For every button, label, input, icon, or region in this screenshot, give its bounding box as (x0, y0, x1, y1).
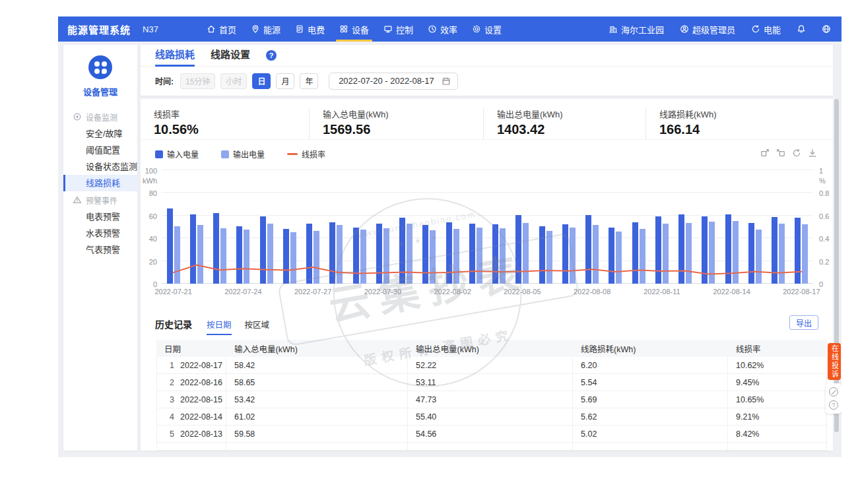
nav-right-label: 电能 (764, 23, 781, 36)
nav-right: 海尔工业园超级管理员电能 (607, 23, 832, 36)
stat-输入总电量(kWh): 输入总电量(kWh)1569.56 (309, 108, 483, 139)
globe-icon (822, 24, 831, 34)
nav-item-效率[interactable]: 效率 (420, 16, 465, 42)
calendar-icon[interactable] (442, 77, 451, 86)
sidebar: 设备管理 设备监测安全/故障阈值配置设备状态监测线路损耗预警事件电表预警水表预警… (63, 45, 137, 451)
app-window: 能源管理系统 N37 首页能源电费设备控制效率设置 海尔工业园超级管理员电能 设… (58, 16, 842, 457)
table-row[interactable]: 42022-08-1461.0255.405.629.21% (156, 408, 827, 425)
sidebar-item-线路损耗[interactable]: 线路损耗 (63, 175, 137, 191)
history-tab-按区域[interactable]: 按区域 (245, 318, 270, 335)
table-row[interactable]: 22022-08-1658.6553.115.549.45% (156, 374, 827, 391)
nav-right-电能[interactable]: 电能 (750, 23, 782, 36)
date-range-picker[interactable]: 2022-07-20 - 2022-08-17 (329, 73, 458, 90)
sidebar-item-安全/故障[interactable]: 安全/故障 (63, 125, 137, 142)
cell-loss: 5.02 (573, 425, 728, 442)
export-button[interactable]: 导出 (789, 315, 818, 330)
cell-date: 22022-08-16 (156, 374, 226, 391)
table-row[interactable]: 12022-08-1758.4252.226.2010.62% (156, 357, 827, 374)
cell-input: 61.02 (226, 408, 408, 425)
time-filter-label: 时间: (155, 75, 174, 86)
granularity-button-日[interactable]: 日 (252, 73, 271, 89)
energy-pin-icon (251, 24, 260, 34)
y-axis-tick-left: 80 (149, 189, 157, 197)
sidebar-item-阈值配置[interactable]: 阈值配置 (63, 142, 137, 158)
main-card: 线损率10.56%输入总电量(kWh)1569.56输出总电量(kWh)1403… (141, 99, 833, 451)
sidebar-item-气表预警[interactable]: 气表预警 (63, 241, 137, 258)
x-axis-label: 2022-07-24 (224, 288, 261, 296)
cell-output: 55.40 (408, 408, 573, 425)
efficiency-clock-icon (428, 24, 437, 34)
y-axis-tick-left: 40 (149, 235, 157, 243)
help-icon[interactable]: ? (266, 50, 277, 61)
cell-input: 59.58 (226, 425, 408, 442)
sidebar-item-设备状态监测[interactable]: 设备状态监测 (63, 158, 137, 175)
legend-输出电量[interactable]: 输出电量 (221, 148, 265, 160)
row-index: 2 (165, 378, 174, 387)
granularity-button-年[interactable]: 年 (300, 73, 318, 89)
sidebar-item-电表预警[interactable]: 电表预警 (63, 208, 137, 225)
help-circle-icon[interactable]: ? (829, 400, 838, 410)
legend-label: 线损率 (302, 148, 325, 160)
page-scrollbar-thumb[interactable] (834, 99, 839, 432)
device-management-icon (88, 55, 112, 79)
granularity-button-月[interactable]: 月 (276, 73, 294, 89)
data-zoom-icon[interactable] (760, 148, 770, 158)
date-range-value: 2022-07-20 - 2022-08-17 (336, 76, 436, 86)
header-card: 线路损耗线路设置? 时间: 15分钟小时日月年 2022-07-20 - 202… (141, 45, 833, 96)
nav-right-超级管理员[interactable]: 超级管理员 (678, 23, 737, 36)
cell-rate: 9.21% (728, 408, 827, 425)
settings-gear-icon (472, 24, 481, 34)
nav-right-海尔工业园[interactable]: 海尔工业园 (607, 23, 665, 36)
row-index: 5 (165, 429, 174, 439)
column-header-输入总电量(kWh): 输入总电量(kWh) (226, 340, 408, 357)
row-date: 2022-08-16 (180, 378, 222, 387)
nav-right-label: 海尔工业园 (621, 23, 664, 36)
calendar-icon[interactable] (442, 77, 451, 86)
cell-output: 52.22 (408, 357, 573, 373)
legend-线损率[interactable]: 线损率 (287, 148, 325, 160)
nav-item-设置[interactable]: 设置 (465, 16, 509, 42)
zoom-restore-icon[interactable] (776, 148, 785, 158)
history-title: 历史记录 (155, 317, 192, 331)
legend-输入电量[interactable]: 输入电量 (155, 148, 199, 160)
nav-item-label: 设备 (352, 23, 369, 36)
nav-item-控制[interactable]: 控制 (376, 16, 420, 42)
bell-button[interactable] (795, 24, 807, 34)
nav-item-设备[interactable]: 设备 (332, 16, 376, 42)
tab-线路损耗[interactable]: 线路损耗 (155, 45, 195, 67)
y-axis-tick-right: 0.8 (819, 189, 829, 197)
column-header-输出总电量(kWh): 输出总电量(kWh) (408, 340, 573, 357)
row-date: 2022-08-15 (180, 395, 222, 404)
sidebar-section-预警事件[interactable]: 预警事件 (63, 191, 137, 208)
chart-refresh-icon[interactable] (792, 148, 801, 158)
x-axis-label: 2022-08-11 (644, 288, 680, 296)
cell-loss: 6.20 (573, 357, 728, 373)
nav-item-label: 能源 (263, 23, 280, 36)
table-row[interactable]: 32022-08-1553.4247.735.6910.65% (156, 391, 827, 408)
nav-item-首页[interactable]: 首页 (199, 16, 244, 42)
nav-item-能源[interactable]: 能源 (244, 16, 288, 42)
history-tab-按日期[interactable]: 按日期 (207, 318, 232, 335)
sidebar-menu: 设备监测安全/故障阈值配置设备状态监测线路损耗预警事件电表预警水表预警气表预警 (63, 108, 137, 258)
sidebar-item-水表预警[interactable]: 水表预警 (63, 225, 137, 241)
link-icon[interactable] (829, 387, 838, 396)
table-header-row: 日期输入总电量(kWh)输出总电量(kWh)线路损耗(kWh)线损率 (156, 340, 827, 357)
stat-value: 10.56% (154, 122, 309, 137)
table-row[interactable]: 52022-08-1359.5854.565.028.42% (156, 425, 827, 443)
row-index: 3 (165, 395, 174, 404)
row-index: 1 (165, 361, 174, 370)
bell-icon (797, 24, 806, 34)
download-icon[interactable] (808, 148, 817, 158)
tab-线路设置[interactable]: 线路设置 (211, 45, 250, 67)
bill-icon (295, 24, 304, 34)
cell-input: 58.42 (226, 357, 408, 373)
globe-button[interactable] (820, 24, 832, 34)
floating-tools: ? (826, 383, 842, 414)
y-axis-tick-left: 100 (145, 167, 157, 175)
row-date: 2022-08-14 (180, 412, 222, 422)
online-complaint-button[interactable]: 在线投诉 (828, 343, 841, 380)
cell-rate: 8.42% (728, 425, 827, 442)
cell-date: 12022-08-17 (156, 357, 226, 373)
nav-item-电费[interactable]: 电费 (288, 16, 332, 42)
sidebar-section-设备监测[interactable]: 设备监测 (63, 108, 137, 125)
